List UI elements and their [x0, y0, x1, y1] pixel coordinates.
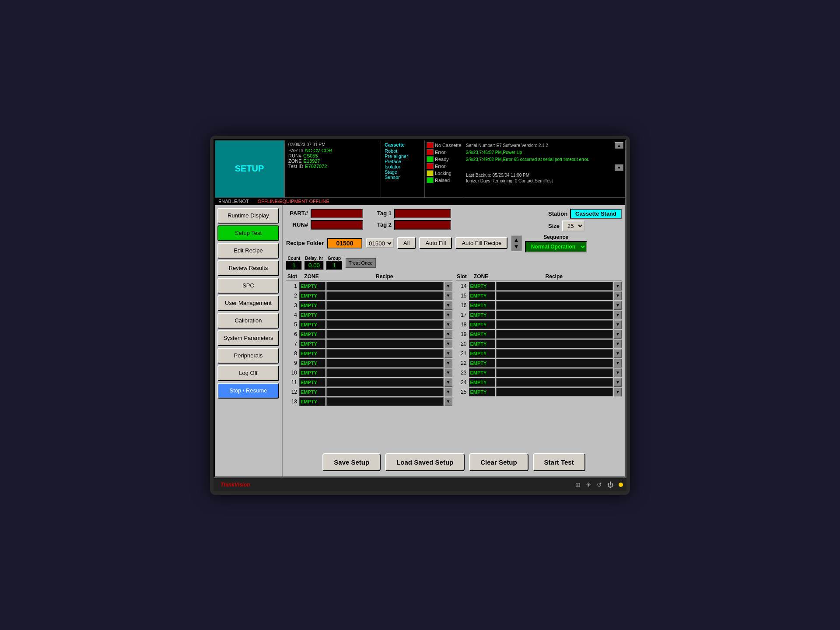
- slot-recipe-area-11: [326, 378, 444, 387]
- sidebar-calibration[interactable]: Calibration: [217, 313, 279, 329]
- auto-fill-button[interactable]: Auto Fill: [419, 237, 452, 249]
- slot-recipe-input-15[interactable]: [496, 291, 613, 300]
- tag1-input[interactable]: [394, 209, 451, 218]
- sidebar-system-parameters[interactable]: System Parameters: [217, 330, 279, 346]
- slot-dropdown-15[interactable]: ▼: [614, 291, 622, 300]
- slot-dropdown-2[interactable]: ▼: [444, 291, 452, 300]
- recipe-folder-label: Recipe Folder: [286, 240, 324, 246]
- slot-recipe-input-2[interactable]: [326, 291, 444, 300]
- col2-recipe-header: Recipe: [494, 273, 614, 280]
- slot-dropdown-17[interactable]: ▼: [614, 311, 622, 319]
- slot-recipe-input-23[interactable]: [496, 368, 613, 377]
- testid-label: Test ID: [288, 164, 303, 169]
- slot-dropdown-21[interactable]: ▼: [614, 349, 622, 358]
- sidebar-log-off[interactable]: Log Off: [217, 365, 279, 381]
- save-setup-button[interactable]: Save Setup: [322, 453, 381, 471]
- slot-dropdown-20[interactable]: ▼: [614, 340, 622, 348]
- cassette-robot: Robot: [385, 148, 421, 154]
- slot-dropdown-5[interactable]: ▼: [444, 320, 452, 329]
- slot-dropdown-12[interactable]: ▼: [444, 388, 452, 396]
- sidebar-spc[interactable]: SPC: [217, 278, 279, 294]
- load-saved-setup-button[interactable]: Load Saved Setup: [385, 453, 465, 471]
- slot-recipe-input-8[interactable]: [326, 349, 444, 358]
- slot-dropdown-24[interactable]: ▼: [614, 378, 622, 387]
- sidebar-review-results[interactable]: Review Results: [217, 260, 279, 276]
- slot-recipe-input-20[interactable]: [496, 340, 613, 348]
- slot-dropdown-18[interactable]: ▼: [614, 320, 622, 329]
- sidebar-stop-resume[interactable]: Stop / Resume: [217, 383, 279, 399]
- monitor-ctrl-4[interactable]: ⏻: [607, 481, 613, 488]
- slot-dropdown-11[interactable]: ▼: [444, 378, 452, 387]
- slot-recipe-input-12[interactable]: [326, 388, 444, 396]
- sidebar-edit-recipe[interactable]: Edit Recipe: [217, 243, 279, 259]
- slot-recipe-input-22[interactable]: [496, 359, 613, 368]
- slot-recipe-input-16[interactable]: [496, 301, 613, 310]
- slot-recipe-input-14[interactable]: [496, 282, 613, 290]
- slot-dropdown-1[interactable]: ▼: [444, 282, 452, 290]
- run-label: RUN#: [288, 153, 301, 158]
- slot-num-6: 6: [286, 331, 298, 337]
- slot-dropdown-19[interactable]: ▼: [614, 330, 622, 339]
- size-select[interactable]: 25 13: [562, 220, 584, 231]
- slot-dropdown-16[interactable]: ▼: [614, 301, 622, 310]
- slot-recipe-input-21[interactable]: [496, 349, 613, 358]
- scroll-down-btn[interactable]: ▼: [615, 164, 623, 171]
- start-test-button[interactable]: Start Test: [533, 453, 585, 471]
- slot-recipe-area-6: [326, 330, 444, 339]
- sequence-dropdown[interactable]: Normal Operation: [525, 241, 587, 252]
- slot-dropdown-7[interactable]: ▼: [444, 340, 452, 348]
- slot-recipe-input-7[interactable]: [326, 340, 444, 348]
- content-area: PART# RUN# Tag 1: [283, 205, 625, 476]
- auto-fill-recipe-button[interactable]: Auto Fill Recipe: [455, 237, 508, 249]
- slot-recipe-input-11[interactable]: [326, 378, 444, 387]
- slot-dropdown-23[interactable]: ▼: [614, 368, 622, 377]
- monitor-ctrl-1[interactable]: ⊞: [575, 481, 581, 488]
- slot-recipe-input-9[interactable]: [326, 359, 444, 368]
- slot-recipe-input-6[interactable]: [326, 330, 444, 339]
- size-label: Size: [548, 223, 560, 229]
- sidebar-setup-test[interactable]: Setup Test: [217, 225, 279, 241]
- slot-dropdown-4[interactable]: ▼: [444, 311, 452, 319]
- all-button[interactable]: All: [397, 237, 416, 249]
- slot-recipe-input-5[interactable]: [326, 320, 444, 329]
- clear-setup-button[interactable]: Clear Setup: [469, 453, 528, 471]
- run-input[interactable]: [311, 220, 363, 230]
- recipe-folder-select[interactable]: 01500: [366, 238, 394, 248]
- slot-dropdown-22[interactable]: ▼: [614, 359, 622, 368]
- slot-num-18: 18: [456, 322, 468, 328]
- sequence-scroll[interactable]: ▲▼: [511, 235, 521, 251]
- delay-input[interactable]: [304, 261, 324, 270]
- col1-recipe-header: Recipe: [325, 273, 444, 280]
- sidebar-peripherals[interactable]: Peripherals: [217, 348, 279, 364]
- slot-recipe-input-1[interactable]: [326, 282, 444, 290]
- sidebar: Runtime Display Setup Test Edit Recipe R…: [215, 205, 283, 476]
- slot-recipe-input-13[interactable]: [326, 397, 444, 406]
- slot-recipe-input-25[interactable]: [496, 388, 613, 396]
- slot-recipe-input-17[interactable]: [496, 311, 613, 319]
- slot-dropdown-10[interactable]: ▼: [444, 368, 452, 377]
- slot-dropdown-3[interactable]: ▼: [444, 301, 452, 310]
- slot-dropdown-6[interactable]: ▼: [444, 330, 452, 339]
- part-input[interactable]: [311, 209, 363, 218]
- slot-recipe-input-19[interactable]: [496, 330, 613, 339]
- slot-dropdown-13[interactable]: ▼: [444, 397, 452, 406]
- monitor-ctrl-2[interactable]: ☀: [586, 481, 592, 488]
- slot-recipe-input-3[interactable]: [326, 301, 444, 310]
- slot-dropdown-8[interactable]: ▼: [444, 349, 452, 358]
- slot-recipe-input-18[interactable]: [496, 320, 613, 329]
- count-input[interactable]: [286, 261, 302, 270]
- tag2-input[interactable]: [394, 220, 451, 230]
- slot-recipe-input-10[interactable]: [326, 368, 444, 377]
- slot-dropdown-14[interactable]: ▼: [614, 282, 622, 290]
- group-input[interactable]: [326, 261, 342, 270]
- slot-dropdown-9[interactable]: ▼: [444, 359, 452, 368]
- slot-dropdown-25[interactable]: ▼: [614, 388, 622, 396]
- monitor-ctrl-3[interactable]: ↺: [597, 481, 602, 488]
- part-value: NC CV COR: [305, 148, 332, 153]
- slot-status-23: EMPTY: [469, 368, 495, 377]
- scroll-up-btn[interactable]: ▲: [615, 142, 623, 149]
- sidebar-user-management[interactable]: User Management: [217, 295, 279, 311]
- sidebar-runtime-display[interactable]: Runtime Display: [217, 208, 279, 224]
- slot-recipe-input-24[interactable]: [496, 378, 613, 387]
- slot-recipe-input-4[interactable]: [326, 311, 444, 319]
